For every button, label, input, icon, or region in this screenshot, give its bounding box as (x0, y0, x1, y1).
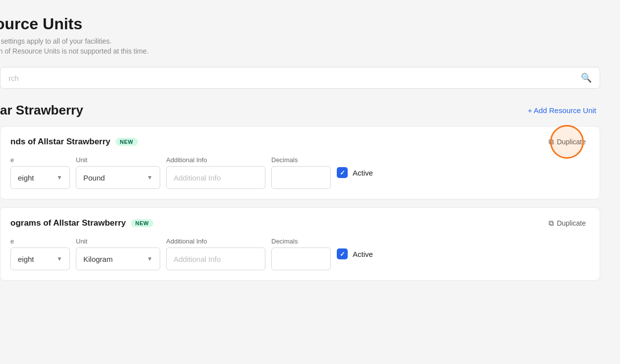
page-subtitle: e settings apply to all of your faciliti… (0, 37, 600, 45)
unit-chevron-2: ▼ (147, 255, 153, 262)
additional-info-field-group-2: Additional Info (166, 238, 265, 270)
page-subtitle2: on of Resource Units is not supported at… (0, 47, 600, 55)
type-field-group-1: e eight ▼ (10, 156, 70, 189)
type-select-1[interactable]: eight ▼ (10, 166, 70, 189)
checkmark-icon-2: ✓ (340, 250, 345, 258)
active-row-2: ✓ Active (337, 248, 373, 259)
search-icon: 🔍 (581, 72, 592, 83)
additional-info-label-1: Additional Info (166, 156, 265, 164)
duplicate-icon-1: ⧉ (549, 137, 554, 146)
decimals-label-2: Decimals (271, 238, 331, 245)
resource-card-2: ograms of Allstar Strawberry NEW ⧉ Dupli… (0, 207, 600, 281)
section-title: ar Strawberry (0, 103, 83, 118)
type-value-2: eight (18, 255, 34, 263)
new-badge-1: NEW (116, 138, 138, 146)
resource-card-2-title: ograms of Allstar Strawberry (10, 218, 126, 228)
type-chevron-2: ▼ (57, 255, 62, 262)
decimals-input-1[interactable]: 2 (271, 166, 331, 189)
type-value-1: eight (18, 174, 34, 182)
new-badge-2: NEW (131, 219, 153, 227)
page-title: ource Units (0, 15, 600, 33)
unit-label-1: Unit (76, 156, 160, 164)
resource-card-1: nds of Allstar Strawberry NEW ⧉ Duplicat… (0, 126, 600, 199)
unit-chevron-1: ▼ (147, 174, 153, 181)
unit-value-1: Pound (83, 174, 105, 182)
type-label-1: e (10, 156, 70, 164)
decimals-field-group-1: Decimals 2 (271, 156, 331, 189)
checkmark-icon-1: ✓ (340, 169, 345, 177)
resource-card-1-title: nds of Allstar Strawberry (10, 137, 111, 147)
additional-info-input-2[interactable] (166, 247, 265, 270)
type-field-group-2: e eight ▼ (10, 238, 70, 270)
unit-select-1[interactable]: Pound ▼ (76, 166, 160, 189)
search-bar: 🔍 (0, 67, 600, 89)
type-label-2: e (10, 238, 70, 245)
additional-info-label-2: Additional Info (166, 238, 265, 245)
type-chevron-1: ▼ (57, 174, 62, 181)
decimals-label-1: Decimals (271, 156, 331, 164)
page-container: ource Units e settings apply to all of y… (0, 0, 620, 364)
resource-card-2-fields: e eight ▼ Unit Kilogram ▼ Additional Inf… (10, 238, 590, 270)
resource-card-1-header: nds of Allstar Strawberry NEW ⧉ Duplicat… (10, 135, 590, 148)
duplicate-button-1[interactable]: ⧉ Duplicate (545, 135, 590, 148)
active-row-1: ✓ Active (337, 167, 373, 178)
search-input[interactable] (8, 74, 581, 82)
resource-card-2-title-row: ograms of Allstar Strawberry NEW (10, 218, 153, 228)
active-checkbox-1[interactable]: ✓ (337, 167, 348, 178)
resource-card-1-title-row: nds of Allstar Strawberry NEW (10, 137, 138, 147)
type-select-2[interactable]: eight ▼ (10, 247, 70, 270)
duplicate-label-2: Duplicate (557, 219, 586, 227)
duplicate-label-1: Duplicate (557, 138, 586, 146)
duplicate-icon-2: ⧉ (549, 219, 554, 228)
add-resource-unit-button[interactable]: + Add Resource Unit (524, 104, 600, 117)
active-checkbox-2[interactable]: ✓ (337, 248, 348, 259)
resource-card-1-fields: e eight ▼ Unit Pound ▼ Additional Info (10, 156, 590, 189)
active-label-2: Active (353, 250, 373, 258)
section-header: ar Strawberry + Add Resource Unit (0, 103, 600, 118)
additional-info-field-group-1: Additional Info (166, 156, 265, 189)
active-label-1: Active (353, 169, 373, 177)
unit-label-2: Unit (76, 238, 160, 245)
resource-card-2-header: ograms of Allstar Strawberry NEW ⧉ Dupli… (10, 217, 590, 230)
unit-value-2: Kilogram (83, 255, 113, 263)
duplicate-button-2[interactable]: ⧉ Duplicate (545, 217, 590, 230)
unit-field-group-2: Unit Kilogram ▼ (76, 238, 160, 270)
decimals-field-group-2: Decimals 2 (271, 238, 331, 270)
unit-select-2[interactable]: Kilogram ▼ (76, 247, 160, 270)
additional-info-input-1[interactable] (166, 166, 265, 189)
unit-field-group-1: Unit Pound ▼ (76, 156, 160, 189)
decimals-input-2[interactable]: 2 (271, 247, 331, 270)
